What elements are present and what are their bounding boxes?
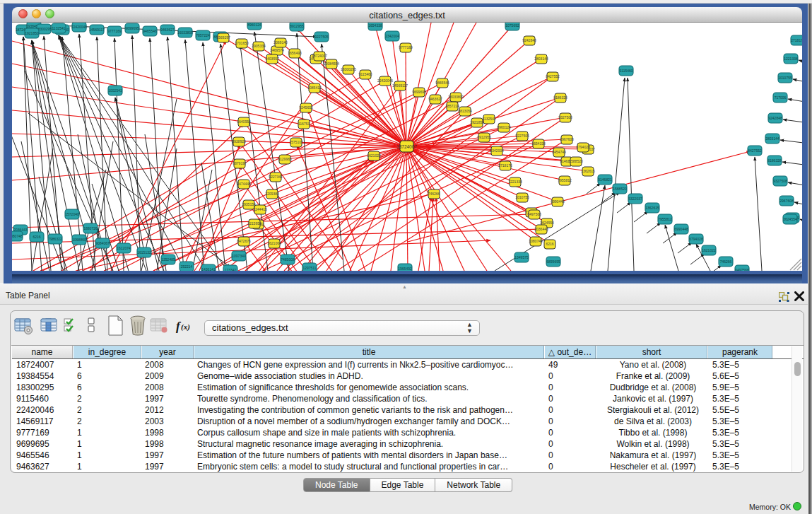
svg-text:18300295: 18300295 [341,67,356,71]
svg-text:8912955: 8912955 [477,135,491,139]
svg-text:717006: 717006 [775,95,787,100]
svg-text:1132541: 1132541 [482,117,495,121]
svg-text:2718176: 2718176 [498,163,512,168]
svg-text:9245652: 9245652 [299,105,313,110]
svg-text:8427552: 8427552 [748,148,762,153]
svg-text:9465546: 9465546 [435,81,449,85]
svg-text:9463627: 9463627 [428,97,442,101]
svg-text:1921850: 1921850 [25,31,39,35]
svg-text:6794028: 6794028 [689,237,703,241]
svg-text:2803144: 2803144 [765,136,779,141]
svg-text:1621022: 1621022 [367,153,381,158]
svg-text:1965492: 1965492 [398,267,412,271]
svg-text:1297511: 1297511 [302,266,316,270]
svg-text:8960124: 8960124 [497,125,511,129]
svg-text:14569117: 14569117 [392,83,408,88]
svg-text:116753: 116753 [298,122,310,126]
svg-text:8813054: 8813054 [458,109,472,113]
svg-text:6216: 6216 [33,235,40,239]
svg-text:9699695: 9699695 [125,26,139,30]
svg-text:22420046: 22420046 [71,25,87,29]
svg-text:18724007: 18724007 [396,144,417,149]
svg-text:1572040: 1572040 [65,212,79,216]
svg-text:8186328: 8186328 [767,158,782,163]
svg-text:2967608: 2967608 [779,199,794,203]
svg-text:1654338: 1654338 [368,23,382,28]
svg-text:2905334: 2905334 [252,44,266,48]
svg-text:6990448: 6990448 [674,227,688,231]
svg-text:1068860: 1068860 [72,238,86,242]
svg-text:746266: 746266 [428,192,440,196]
svg-text:8912955: 8912955 [290,24,304,28]
svg-text:1654338: 1654338 [531,141,546,146]
svg-text:6497568: 6497568 [735,268,749,271]
svg-text:1221338: 1221338 [508,180,522,184]
svg-text:6990448: 6990448 [551,199,565,204]
svg-text:9327508: 9327508 [773,179,787,183]
svg-text:1615132: 1615132 [137,250,151,255]
svg-text:6879197: 6879197 [233,161,247,165]
svg-text:2469574: 2469574 [270,48,284,52]
svg-text:1621064: 1621064 [267,241,281,245]
svg-text:6794028: 6794028 [576,145,590,149]
svg-text:9699695: 9699695 [412,90,426,94]
svg-text:1209382: 1209382 [265,192,279,196]
svg-text:3624554: 3624554 [540,221,554,225]
svg-text:1085412: 1085412 [307,86,322,90]
svg-text:1010755: 1010755 [515,195,529,199]
svg-text:(x): (x) [181,322,190,332]
svg-text:7857224: 7857224 [196,33,210,37]
svg-text:7485008: 7485008 [281,257,295,262]
svg-text:252214: 252214 [181,264,193,269]
svg-text:1244415: 1244415 [253,207,267,211]
svg-text:2803144: 2803144 [534,57,548,61]
svg-text:9463627: 9463627 [160,28,175,32]
svg-text:1349575: 1349575 [514,255,529,259]
svg-text:16033809: 16033809 [448,95,464,99]
svg-text:9242848: 9242848 [768,116,782,120]
svg-text:8454749: 8454749 [552,150,566,154]
svg-text:2069140: 2069140 [273,40,288,45]
svg-text:1880726: 1880726 [83,226,98,230]
svg-text:3624554: 3624554 [783,217,797,221]
svg-text:19384554: 19384554 [324,62,339,66]
svg-text:7857224: 7857224 [445,104,459,108]
svg-text:9242848: 9242848 [522,38,536,42]
svg-text:2935154: 2935154 [242,202,256,206]
svg-text:8472676: 8472676 [237,239,251,243]
svg-text:9227505: 9227505 [515,134,529,138]
svg-text:1588520: 1588520 [613,187,627,191]
svg-text:1612074: 1612074 [117,246,131,250]
svg-text:1002543: 1002543 [108,88,122,93]
svg-text:1362615: 1362615 [581,169,595,173]
svg-text:9227341: 9227341 [269,175,283,179]
svg-text:9465546: 9465546 [143,29,157,33]
svg-text:9084067: 9084067 [95,241,110,245]
svg-text:1352485: 1352485 [161,257,175,262]
svg-text:1080748: 1080748 [529,239,543,243]
svg-text:16033809: 16033809 [177,30,193,35]
svg-text:2342004: 2342004 [490,148,504,153]
svg-text:6899695: 6899695 [546,259,560,264]
svg-text:7955812: 7955812 [558,178,572,182]
svg-text:1362615: 1362615 [645,206,659,210]
svg-text:9777169: 9777169 [107,29,122,33]
svg-text:1701650: 1701650 [235,41,249,45]
svg-text:1436141: 1436141 [201,267,216,271]
svg-text:1221338: 1221338 [784,57,798,61]
svg-text:9115460: 9115460 [358,72,372,76]
svg-text:1132541: 1132541 [52,26,65,30]
svg-text:9474444: 9474444 [237,182,251,186]
svg-text:22420046: 22420046 [377,78,393,83]
svg-text:3215958: 3215958 [247,221,261,226]
svg-text:2718176: 2718176 [791,38,802,42]
svg-text:1575107: 1575107 [289,140,303,144]
svg-text:9129966: 9129966 [278,157,292,161]
svg-text:7955812: 7955812 [658,217,672,221]
svg-text:8186328: 8186328 [553,95,567,100]
svg-text:1075692: 1075692 [505,23,519,28]
svg-text:2967608: 2967608 [560,137,574,141]
svg-text:2036443: 2036443 [534,227,548,231]
svg-text:9227505: 9227505 [314,35,329,39]
svg-text:8938923: 8938923 [232,139,246,144]
